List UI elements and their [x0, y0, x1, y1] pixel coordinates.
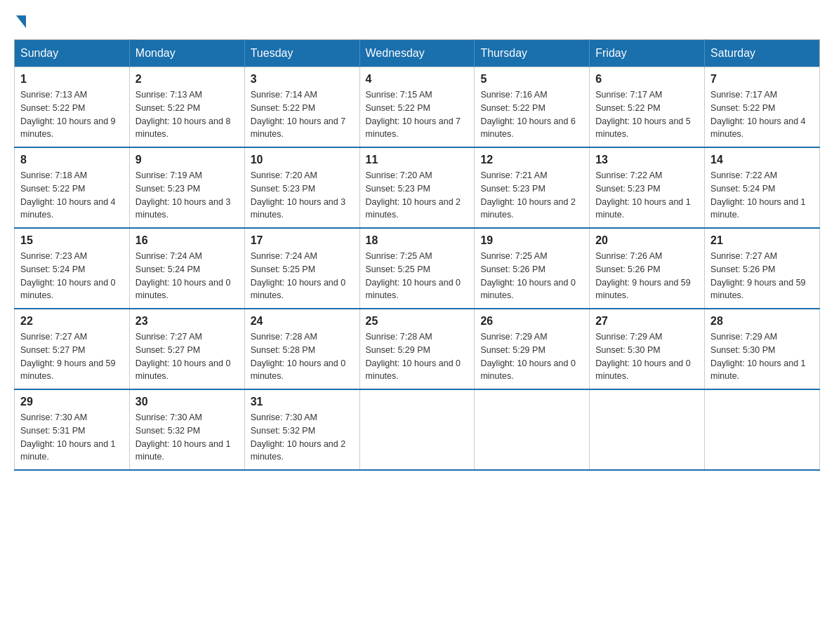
day-number: 1	[20, 73, 124, 86]
day-number: 23	[135, 315, 239, 328]
calendar-cell: 19 Sunrise: 7:25 AM Sunset: 5:26 PM Dayl…	[475, 228, 590, 309]
day-number: 24	[251, 315, 354, 328]
day-info: Sunrise: 7:28 AM Sunset: 5:28 PM Dayligh…	[251, 330, 354, 383]
weekday-header-sunday: Sunday	[15, 40, 130, 67]
calendar-cell: 6 Sunrise: 7:17 AM Sunset: 5:22 PM Dayli…	[590, 67, 705, 148]
calendar-cell	[705, 389, 820, 470]
calendar-cell: 5 Sunrise: 7:16 AM Sunset: 5:22 PM Dayli…	[475, 67, 590, 148]
calendar-cell: 26 Sunrise: 7:29 AM Sunset: 5:29 PM Dayl…	[475, 309, 590, 389]
day-info: Sunrise: 7:30 AM Sunset: 5:32 PM Dayligh…	[251, 411, 354, 464]
calendar-cell: 22 Sunrise: 7:27 AM Sunset: 5:27 PM Dayl…	[15, 309, 130, 389]
calendar-cell: 24 Sunrise: 7:28 AM Sunset: 5:28 PM Dayl…	[244, 309, 359, 389]
weekday-header-wednesday: Wednesday	[359, 40, 475, 67]
day-number: 7	[710, 73, 814, 86]
weekday-header-row: SundayMondayTuesdayWednesdayThursdayFrid…	[15, 40, 820, 67]
calendar-cell: 29 Sunrise: 7:30 AM Sunset: 5:31 PM Dayl…	[15, 389, 130, 470]
calendar-cell: 13 Sunrise: 7:22 AM Sunset: 5:23 PM Dayl…	[590, 147, 705, 228]
calendar-cell: 20 Sunrise: 7:26 AM Sunset: 5:26 PM Dayl…	[590, 228, 705, 309]
calendar-week-3: 15 Sunrise: 7:23 AM Sunset: 5:24 PM Dayl…	[15, 228, 820, 309]
day-info: Sunrise: 7:24 AM Sunset: 5:24 PM Dayligh…	[135, 250, 239, 302]
page-header	[14, 14, 820, 28]
day-info: Sunrise: 7:16 AM Sunset: 5:22 PM Dayligh…	[480, 88, 583, 141]
calendar-cell: 25 Sunrise: 7:28 AM Sunset: 5:29 PM Dayl…	[359, 309, 475, 389]
calendar-cell: 12 Sunrise: 7:21 AM Sunset: 5:23 PM Dayl…	[475, 147, 590, 228]
day-info: Sunrise: 7:28 AM Sunset: 5:29 PM Dayligh…	[366, 330, 469, 383]
day-number: 13	[595, 154, 699, 166]
logo	[14, 14, 26, 28]
day-info: Sunrise: 7:22 AM Sunset: 5:23 PM Dayligh…	[595, 169, 699, 222]
day-number: 14	[710, 154, 814, 166]
day-number: 10	[251, 154, 354, 166]
day-number: 4	[366, 73, 469, 86]
calendar-week-4: 22 Sunrise: 7:27 AM Sunset: 5:27 PM Dayl…	[15, 309, 820, 389]
weekday-header-monday: Monday	[129, 40, 244, 67]
calendar-cell: 17 Sunrise: 7:24 AM Sunset: 5:25 PM Dayl…	[244, 228, 359, 309]
day-info: Sunrise: 7:20 AM Sunset: 5:23 PM Dayligh…	[366, 169, 469, 222]
day-info: Sunrise: 7:25 AM Sunset: 5:25 PM Dayligh…	[366, 250, 469, 302]
day-info: Sunrise: 7:27 AM Sunset: 5:27 PM Dayligh…	[20, 330, 124, 383]
day-number: 21	[710, 234, 814, 247]
day-info: Sunrise: 7:29 AM Sunset: 5:30 PM Dayligh…	[595, 330, 699, 383]
calendar-cell: 30 Sunrise: 7:30 AM Sunset: 5:32 PM Dayl…	[129, 389, 244, 470]
day-info: Sunrise: 7:29 AM Sunset: 5:30 PM Dayligh…	[710, 330, 814, 383]
day-info: Sunrise: 7:23 AM Sunset: 5:24 PM Dayligh…	[20, 250, 124, 302]
day-number: 9	[135, 154, 239, 166]
calendar-cell: 21 Sunrise: 7:27 AM Sunset: 5:26 PM Dayl…	[705, 228, 820, 309]
weekday-header-thursday: Thursday	[475, 40, 590, 67]
calendar-cell: 27 Sunrise: 7:29 AM Sunset: 5:30 PM Dayl…	[590, 309, 705, 389]
calendar-cell: 1 Sunrise: 7:13 AM Sunset: 5:22 PM Dayli…	[15, 67, 130, 148]
calendar-cell: 4 Sunrise: 7:15 AM Sunset: 5:22 PM Dayli…	[359, 67, 475, 148]
day-info: Sunrise: 7:13 AM Sunset: 5:22 PM Dayligh…	[135, 88, 239, 141]
day-number: 31	[251, 396, 354, 408]
calendar-cell: 10 Sunrise: 7:20 AM Sunset: 5:23 PM Dayl…	[244, 147, 359, 228]
day-number: 6	[595, 73, 699, 86]
day-number: 19	[480, 234, 583, 247]
day-number: 20	[595, 234, 699, 247]
day-number: 2	[135, 73, 239, 86]
day-number: 30	[135, 396, 239, 408]
day-info: Sunrise: 7:27 AM Sunset: 5:27 PM Dayligh…	[135, 330, 239, 383]
calendar-cell: 18 Sunrise: 7:25 AM Sunset: 5:25 PM Dayl…	[359, 228, 475, 309]
calendar-cell: 28 Sunrise: 7:29 AM Sunset: 5:30 PM Dayl…	[705, 309, 820, 389]
day-info: Sunrise: 7:14 AM Sunset: 5:22 PM Dayligh…	[251, 88, 354, 141]
calendar-cell	[590, 389, 705, 470]
calendar-cell: 31 Sunrise: 7:30 AM Sunset: 5:32 PM Dayl…	[244, 389, 359, 470]
day-info: Sunrise: 7:15 AM Sunset: 5:22 PM Dayligh…	[366, 88, 469, 141]
day-number: 27	[595, 315, 699, 328]
calendar-week-1: 1 Sunrise: 7:13 AM Sunset: 5:22 PM Dayli…	[15, 67, 820, 148]
day-info: Sunrise: 7:26 AM Sunset: 5:26 PM Dayligh…	[595, 250, 699, 302]
day-number: 17	[251, 234, 354, 247]
calendar-cell	[475, 389, 590, 470]
calendar-cell	[359, 389, 475, 470]
calendar-cell: 16 Sunrise: 7:24 AM Sunset: 5:24 PM Dayl…	[129, 228, 244, 309]
day-number: 3	[251, 73, 354, 86]
weekday-header-saturday: Saturday	[705, 40, 820, 67]
day-number: 8	[20, 154, 124, 166]
calendar-cell: 7 Sunrise: 7:17 AM Sunset: 5:22 PM Dayli…	[705, 67, 820, 148]
calendar-cell: 23 Sunrise: 7:27 AM Sunset: 5:27 PM Dayl…	[129, 309, 244, 389]
calendar-cell: 2 Sunrise: 7:13 AM Sunset: 5:22 PM Dayli…	[129, 67, 244, 148]
day-number: 29	[20, 396, 124, 408]
day-number: 11	[366, 154, 469, 166]
calendar-table: SundayMondayTuesdayWednesdayThursdayFrid…	[14, 39, 820, 471]
day-number: 26	[480, 315, 583, 328]
day-info: Sunrise: 7:17 AM Sunset: 5:22 PM Dayligh…	[595, 88, 699, 141]
day-info: Sunrise: 7:19 AM Sunset: 5:23 PM Dayligh…	[135, 169, 239, 222]
calendar-week-2: 8 Sunrise: 7:18 AM Sunset: 5:22 PM Dayli…	[15, 147, 820, 228]
day-info: Sunrise: 7:24 AM Sunset: 5:25 PM Dayligh…	[251, 250, 354, 302]
day-info: Sunrise: 7:22 AM Sunset: 5:24 PM Dayligh…	[710, 169, 814, 222]
day-number: 25	[366, 315, 469, 328]
day-number: 16	[135, 234, 239, 247]
day-info: Sunrise: 7:30 AM Sunset: 5:32 PM Dayligh…	[135, 411, 239, 464]
weekday-header-friday: Friday	[590, 40, 705, 67]
day-number: 18	[366, 234, 469, 247]
day-number: 5	[480, 73, 583, 86]
weekday-header-tuesday: Tuesday	[244, 40, 359, 67]
day-info: Sunrise: 7:27 AM Sunset: 5:26 PM Dayligh…	[710, 250, 814, 302]
calendar-cell: 3 Sunrise: 7:14 AM Sunset: 5:22 PM Dayli…	[244, 67, 359, 148]
day-info: Sunrise: 7:29 AM Sunset: 5:29 PM Dayligh…	[480, 330, 583, 383]
logo-triangle-icon	[16, 15, 26, 28]
day-number: 15	[20, 234, 124, 247]
calendar-cell: 9 Sunrise: 7:19 AM Sunset: 5:23 PM Dayli…	[129, 147, 244, 228]
day-info: Sunrise: 7:20 AM Sunset: 5:23 PM Dayligh…	[251, 169, 354, 222]
